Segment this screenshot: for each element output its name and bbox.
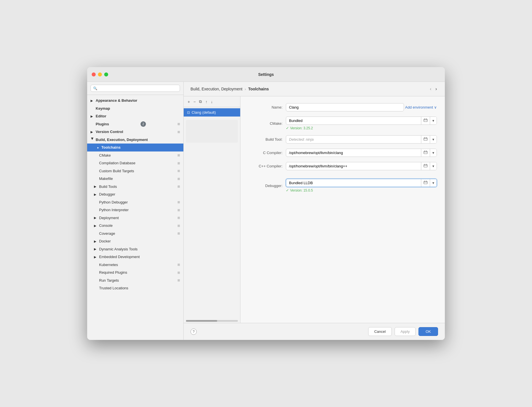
sidebar-item-toolchains[interactable]: ▸ Toolchains [87,144,183,151]
cmake-browse-button[interactable] [421,117,430,124]
help-button[interactable]: ? [190,329,197,335]
build-tool-input[interactable] [286,136,421,143]
c-compiler-input[interactable] [286,149,421,157]
maximize-button[interactable] [104,72,108,76]
move-down-button[interactable]: ↓ [210,99,214,105]
breadcrumb-bar: Build, Execution, Deployment › Toolchain… [184,82,445,96]
cancel-button[interactable]: Cancel [368,327,391,336]
sidebar-item-appearance[interactable]: ▶ Appearance & Behavior [87,97,183,105]
add-environment-button[interactable]: Add environment ∨ [405,105,437,109]
name-field-wrap: Add environment ∨ [286,103,437,111]
sidebar-item-dynamic-analysis[interactable]: ▶ Dynamic Analysis Tools [87,245,183,253]
sidebar-item-trusted-locations[interactable]: Trusted Locations [87,284,183,292]
loading-placeholder [186,120,238,143]
c-compiler-row: C Compiler: [248,149,437,157]
list-scrollbar[interactable] [186,320,238,322]
sidebar-item-python-interpreter[interactable]: Python Interpreter ⊞ [87,206,183,214]
debugger-field-wrap: ▾ ✓ Version: 15.0.5 [286,179,437,192]
settings-icon: ⊞ [177,200,180,205]
plugins-badge: 2 [141,121,146,127]
sidebar-item-docker[interactable]: ▶ Docker [87,237,183,245]
sidebar-item-run-targets[interactable]: Run Targets ⊞ [87,277,183,285]
debugger-input[interactable] [286,179,421,187]
settings-icon: ⊞ [177,161,180,166]
cmake-field-wrap: ▾ ✓ Version: 3.25.2 [286,117,437,130]
sidebar-item-embedded-dev[interactable]: ▶ Embedded Development [87,253,183,261]
panel-body: + − ⧉ ↑ ↓ ⊡ Clang (default) [184,96,445,323]
build-tool-row: Build Tool: [248,135,437,144]
form-panel: Name: Add environment ∨ CMake: [240,96,445,323]
sub-indicator: ▸ [97,145,99,150]
cmake-input[interactable] [286,117,421,124]
sidebar-item-deployment[interactable]: ▶ Deployment ⊞ [87,214,183,222]
sidebar-item-label: Kubernetes [99,262,118,268]
sidebar-item-label: Required Plugins [99,270,127,275]
sidebar-item-custom-build-targets[interactable]: Custom Build Targets ⊞ [87,167,183,175]
cmake-checkmark: ✓ [286,126,289,130]
sidebar-item-kubernetes[interactable]: Kubernetes ⊞ [87,261,183,269]
svg-rect-0 [424,119,427,122]
sidebar-item-label: Version Control [96,129,123,135]
settings-window: Settings 🔍 ▶ Appearance & Behavior Keyma… [87,67,445,340]
toolchain-icon: ⊡ [187,111,190,115]
c-compiler-browse-button[interactable] [421,149,430,157]
sidebar-item-required-plugins[interactable]: Required Plugins ⊞ [87,269,183,277]
title-bar: Settings [87,67,445,82]
search-input[interactable] [99,86,177,90]
sidebar-item-console[interactable]: ▶ Console ⊞ [87,222,183,230]
remove-toolchain-button[interactable]: − [192,99,197,105]
cpp-compiler-dropdown-button[interactable]: ▾ [430,162,437,170]
sidebar-item-editor[interactable]: ▶ Editor [87,112,183,120]
build-tool-dropdown-button[interactable]: ▾ [430,136,437,143]
nav-back-button[interactable]: ‹ [429,86,432,92]
ok-button[interactable]: OK [418,327,438,336]
search-bar: 🔍 [87,82,183,95]
cmake-row: CMake: [248,117,437,130]
sidebar-item-label: Makefile [99,176,113,182]
c-compiler-dropdown-button[interactable]: ▾ [430,149,437,157]
sidebar-item-debugger[interactable]: ▶ Debugger [87,190,183,198]
sidebar-item-version-control[interactable]: ▶ Version Control ⊞ [87,128,183,136]
debugger-browse-button[interactable] [421,179,430,187]
cpp-compiler-input[interactable] [286,162,421,170]
chevron-icon: ▶ [91,114,95,119]
minimize-button[interactable] [98,72,102,76]
cmake-input-row: ▾ [286,117,437,125]
sidebar-item-build-tools[interactable]: ▶ Build Tools ⊞ [87,183,183,191]
name-input[interactable] [286,103,404,111]
sidebar-item-label: Embedded Development [99,254,140,260]
debugger-row: Debugger: [248,179,437,192]
settings-icon: ⊞ [177,215,180,220]
sidebar-item-build-exec-deploy[interactable]: ▶ Build, Execution, Deployment [87,136,183,144]
copy-toolchain-button[interactable]: ⧉ [198,99,203,105]
sidebar-item-makefile[interactable]: Makefile ⊞ [87,175,183,183]
build-tool-browse-button[interactable] [421,136,430,143]
settings-icon: ⊞ [177,130,180,134]
sidebar-item-coverage[interactable]: Coverage ⊞ [87,230,183,238]
close-button[interactable] [92,72,96,76]
name-row: Name: Add environment ∨ [248,103,437,111]
sidebar-item-cmake[interactable]: CMake ⊞ [87,151,183,159]
settings-icon: ⊞ [177,169,180,173]
svg-rect-3 [424,165,427,167]
cpp-compiler-combined-input: ▾ [286,162,437,170]
debugger-version: ✓ Version: 15.0.5 [286,188,437,192]
move-up-button[interactable]: ↑ [204,99,208,105]
action-buttons: Cancel Apply OK [368,327,438,336]
apply-button[interactable]: Apply [395,327,416,336]
debugger-dropdown-button[interactable]: ▾ [430,179,437,187]
sidebar-item-label: Console [99,223,113,229]
sidebar-item-plugins[interactable]: Plugins 2 ⊞ [87,120,183,128]
add-toolchain-button[interactable]: + [187,99,191,105]
sidebar-item-compilation-db[interactable]: Compilation Database ⊞ [87,159,183,167]
window-title: Settings [258,72,274,77]
toolchain-item[interactable]: ⊡ Clang (default) [184,108,240,117]
nav-forward-button[interactable]: › [434,86,438,92]
sidebar-item-keymap[interactable]: Keymap [87,105,183,113]
chevron-open-icon: ▶ [90,138,95,142]
cpp-compiler-browse-button[interactable] [421,162,430,170]
cmake-dropdown-button[interactable]: ▾ [430,117,437,124]
settings-icon: ⊞ [177,153,180,158]
sidebar-tree: ▶ Appearance & Behavior Keymap ▶ Editor … [87,95,183,340]
sidebar-item-python-debugger[interactable]: Python Debugger ⊞ [87,198,183,206]
